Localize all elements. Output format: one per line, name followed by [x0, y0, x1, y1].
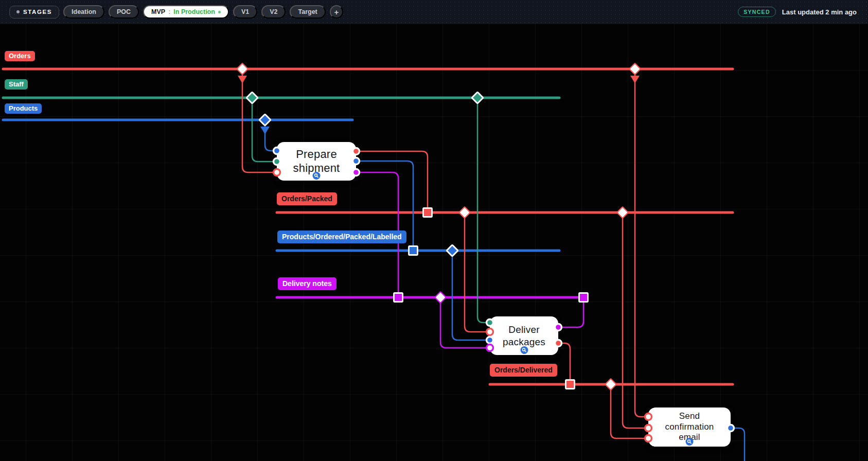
tab-v1[interactable]: V1: [233, 5, 257, 19]
square-marker[interactable]: [566, 380, 575, 389]
tab-label: V2: [270, 8, 277, 15]
tab-poc[interactable]: POC: [109, 5, 139, 19]
square-marker[interactable]: [394, 293, 403, 302]
stream-label-orders[interactable]: Orders: [5, 51, 35, 61]
add-stage-button[interactable]: +: [330, 5, 343, 19]
diamond-marker[interactable]: [605, 379, 616, 390]
tab-ideation[interactable]: Ideation: [63, 5, 104, 19]
flow-arrow-down-icon: [260, 127, 270, 134]
port-blue-solid[interactable]: [728, 425, 734, 432]
diamond-marker[interactable]: [447, 245, 458, 256]
stream-label-products-ordered-packed-labelled[interactable]: Products/Ordered/Packed/Labelled: [277, 230, 406, 243]
tab-mvp[interactable]: MVP:In Production: [143, 5, 229, 19]
port-blue-solid[interactable]: [274, 148, 280, 154]
connector-edge[interactable]: [465, 216, 486, 332]
square-marker[interactable]: [409, 246, 418, 255]
port-red-ring[interactable]: [645, 425, 652, 432]
sync-status-badge: SYNCED: [738, 7, 776, 17]
tab-label: POC: [117, 8, 131, 15]
connector-edge[interactable]: [623, 216, 644, 428]
tab-label: Target: [298, 8, 317, 15]
tab-status-text: In Production: [173, 8, 215, 15]
stage-tabs: IdeationPOCMVP:In ProductionV1V2Target: [63, 5, 326, 19]
app-root: OrdersStaffProductsOrders/PackedProducts…: [0, 0, 868, 461]
diamond-marker[interactable]: [472, 92, 483, 103]
port-teal-solid[interactable]: [487, 320, 493, 326]
port-red-ring[interactable]: [645, 414, 652, 420]
toolbar-left: STAGES IdeationPOCMVP:In ProductionV1V2T…: [9, 5, 343, 19]
port-magenta-solid[interactable]: [555, 324, 562, 331]
port-teal-solid[interactable]: [274, 158, 280, 165]
toolbar-right: SYNCED Last updated 2 min ago: [738, 7, 857, 17]
connector-edge[interactable]: [611, 388, 644, 438]
edge-layer: [0, 0, 868, 461]
port-red-solid[interactable]: [353, 148, 360, 155]
diamond-marker[interactable]: [459, 207, 470, 218]
diamond-marker[interactable]: [435, 292, 446, 303]
port-red-ring[interactable]: [645, 435, 652, 442]
connector-edge[interactable]: [734, 428, 745, 461]
connectors-group: [238, 73, 745, 461]
diamond-marker[interactable]: [237, 63, 248, 75]
connector-edge[interactable]: [562, 343, 570, 380]
flow-arrow-down-icon: [238, 76, 247, 83]
tab-label: MVP: [151, 8, 165, 15]
tab-v2[interactable]: V2: [261, 5, 286, 19]
square-marker[interactable]: [579, 293, 588, 302]
connector-edge[interactable]: [360, 151, 428, 208]
flow-arrow-down-icon: [630, 76, 640, 83]
tab-target[interactable]: Target: [290, 5, 325, 19]
connector-edge[interactable]: [440, 301, 486, 348]
ports-group: [274, 148, 734, 442]
port-red-ring[interactable]: [487, 329, 493, 335]
markers-group: [237, 63, 641, 390]
tab-label: Ideation: [72, 8, 96, 15]
tab-label: V1: [241, 8, 249, 15]
stream-label-orders-delivered[interactable]: Orders/Delivered: [490, 364, 557, 377]
diamond-marker[interactable]: [617, 207, 628, 218]
stream-label-staff[interactable]: Staff: [5, 79, 28, 90]
stages-dot-icon: [16, 10, 20, 13]
port-magenta-ring[interactable]: [487, 345, 493, 351]
port-blue-solid[interactable]: [353, 158, 360, 165]
stream-label-orders-packed[interactable]: Orders/Packed: [277, 192, 337, 205]
connector-edge[interactable]: [635, 73, 644, 417]
diagram-canvas[interactable]: OrdersStaffProductsOrders/PackedProducts…: [0, 0, 868, 461]
stream-label-products[interactable]: Products: [5, 103, 42, 114]
stream-label-delivery-notes[interactable]: Delivery notes: [278, 277, 336, 290]
port-blue-solid[interactable]: [487, 337, 493, 344]
square-marker[interactable]: [423, 208, 432, 217]
toolbar: STAGES IdeationPOCMVP:In ProductionV1V2T…: [0, 0, 868, 24]
port-magenta-solid[interactable]: [353, 169, 360, 176]
port-red-ring[interactable]: [274, 169, 280, 176]
stages-button-label: STAGES: [23, 9, 52, 15]
status-dot-icon: [218, 11, 221, 13]
plus-icon: +: [334, 8, 339, 16]
last-updated-text: Last updated 2 min ago: [782, 8, 857, 16]
diamond-marker[interactable]: [246, 92, 258, 103]
stream-lines-group: [3, 69, 733, 384]
stages-button[interactable]: STAGES: [9, 6, 59, 19]
tab-separator: :: [168, 8, 170, 15]
port-red-solid[interactable]: [555, 340, 562, 347]
diamond-marker[interactable]: [629, 63, 641, 75]
connector-edge[interactable]: [252, 101, 273, 162]
diamond-marker[interactable]: [259, 114, 271, 126]
connector-edge[interactable]: [562, 302, 583, 327]
